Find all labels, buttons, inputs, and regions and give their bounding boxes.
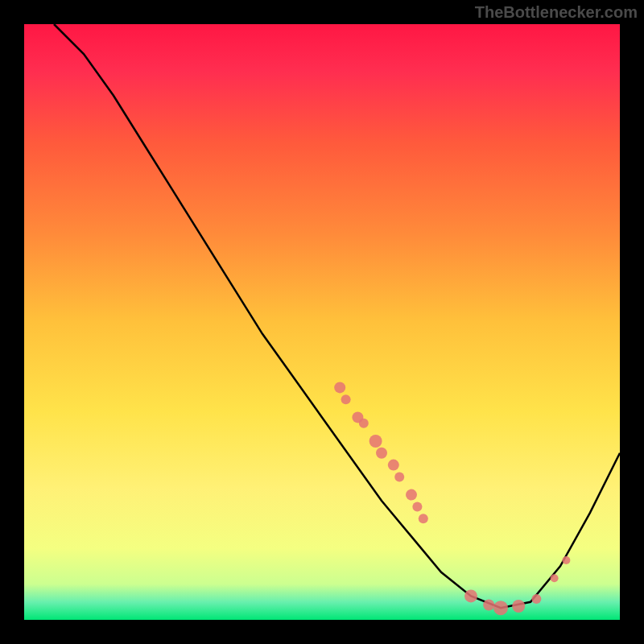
data-point [512, 600, 525, 613]
data-point [551, 574, 559, 582]
plot-area [24, 24, 620, 620]
data-point [531, 594, 541, 604]
data-point [341, 394, 351, 404]
data-point [419, 514, 428, 523]
data-point [369, 435, 382, 448]
data-point [359, 419, 369, 428]
watermark-text: TheBottlenecker.com [475, 3, 638, 22]
data-point [493, 601, 508, 615]
data-point [464, 589, 477, 602]
data-point [376, 448, 387, 459]
data-point [394, 472, 404, 481]
data-point [562, 556, 570, 564]
data-point [334, 382, 345, 393]
data-point [388, 460, 399, 471]
chart-container: TheBottlenecker.com [0, 0, 644, 644]
chart-svg [0, 0, 644, 644]
data-point [412, 502, 422, 511]
data-point [483, 600, 494, 611]
data-point [406, 489, 417, 501]
